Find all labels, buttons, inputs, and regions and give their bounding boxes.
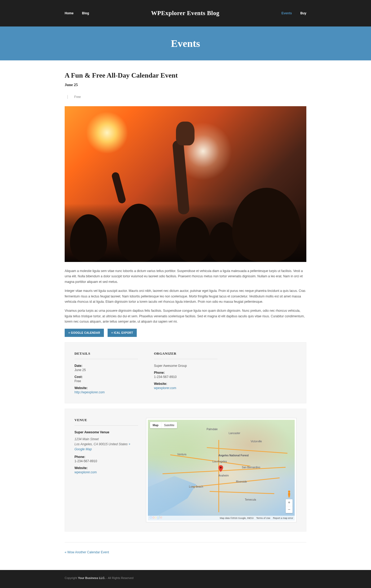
map-tab-satellite[interactable]: Satellite bbox=[161, 422, 177, 428]
phone-value: 1-234-567-8910 bbox=[154, 375, 218, 379]
map-city-label: Victorville bbox=[251, 440, 262, 443]
svg-rect-3 bbox=[288, 496, 289, 497]
map-city-label: Palmdale bbox=[207, 428, 218, 431]
organizer-name: Super Awesome Group bbox=[154, 364, 218, 368]
svg-point-0 bbox=[220, 466, 222, 468]
phone-label: Phone: bbox=[74, 455, 138, 459]
details-website-link[interactable]: http://wpexplorer.com bbox=[74, 390, 138, 394]
organizer-column: ORGANIZER Super Awesome Group Phone: 1-2… bbox=[154, 351, 218, 394]
map-city-label: Ventura bbox=[177, 453, 186, 456]
export-buttons: + GOOGLE CALENDAR + ICAL EXPORT bbox=[65, 329, 306, 337]
copyright-pre: Copyright bbox=[65, 576, 78, 580]
date-value: June 25 bbox=[74, 368, 138, 372]
map-city-label: Lancaster bbox=[229, 432, 240, 435]
divider bbox=[65, 542, 306, 542]
paragraph: Aliquam a molestie ligula sem vitae nunc… bbox=[65, 268, 306, 284]
nav-left: Home Blog bbox=[65, 11, 89, 15]
map-city-label: Los Angeles bbox=[213, 460, 227, 463]
date-label: Date: bbox=[74, 364, 138, 368]
top-nav: Home Blog WPExplorer Events Blog Events … bbox=[0, 0, 371, 26]
map-city-label: Long Beach bbox=[189, 485, 203, 488]
map-container: Lancaster Palmdale Victorville Ventura L… bbox=[146, 418, 297, 522]
map-city-label: San Bernardino bbox=[242, 466, 260, 469]
map-pin-icon bbox=[218, 465, 223, 470]
website-label: Website: bbox=[74, 386, 138, 390]
phone-value: 1-234-567-8910 bbox=[74, 459, 138, 463]
map-type-toggle: Map Satellite bbox=[150, 422, 177, 428]
nav-right: Events Buy bbox=[281, 11, 306, 15]
venue-column: VENUE Super Awesome Venue 1234 Main Stre… bbox=[74, 418, 138, 522]
event-hero-image bbox=[65, 106, 306, 262]
venue-box: VENUE Super Awesome Venue 1234 Main Stre… bbox=[65, 409, 306, 532]
site-brand[interactable]: WPExplorer Events Blog bbox=[151, 10, 219, 17]
event-body: Aliquam a molestie ligula sem vitae nunc… bbox=[65, 268, 306, 324]
cost-value: Free bbox=[74, 379, 138, 383]
map-tab-map[interactable]: Map bbox=[150, 422, 161, 428]
google-calendar-button[interactable]: + GOOGLE CALENDAR bbox=[65, 329, 104, 337]
details-heading: DETAILS bbox=[74, 351, 138, 359]
website-label: Website: bbox=[74, 466, 138, 470]
prev-event-link[interactable]: « Wow Another Calendar Event bbox=[65, 550, 109, 554]
map-attribution: Map data ©2016 Google, INEGI bbox=[220, 517, 254, 519]
ical-export-button[interactable]: + ICAL EXPORT bbox=[108, 329, 137, 337]
map-report-link[interactable]: Report a map error bbox=[273, 517, 293, 519]
svg-point-1 bbox=[288, 491, 290, 493]
svg-rect-4 bbox=[289, 496, 290, 497]
map-city-label: Riverside bbox=[236, 480, 247, 483]
venue-website-link[interactable]: wpexplorer.com bbox=[74, 470, 138, 474]
business-name: Your Business LLC. bbox=[78, 576, 105, 580]
nav-blog[interactable]: Blog bbox=[82, 11, 89, 15]
site-footer: Copyright Your Business LLC. - All Right… bbox=[0, 570, 371, 588]
nav-home[interactable]: Home bbox=[65, 11, 73, 15]
nav-buy[interactable]: Buy bbox=[300, 11, 306, 15]
venue-name: Super Awesome Venue bbox=[74, 430, 138, 434]
pegman-icon[interactable] bbox=[286, 490, 292, 498]
organizer-website-link[interactable]: wpexplorer.com bbox=[154, 386, 218, 390]
zoom-control: + − bbox=[286, 499, 293, 513]
svg-rect-2 bbox=[288, 493, 290, 496]
venue-heading: VENUE bbox=[74, 418, 138, 426]
map-footer: Map data ©2016 Google, INEGI Terms of Us… bbox=[148, 516, 295, 520]
venue-address: 1234 Main Street Los Angeles, CA 90015 U… bbox=[74, 437, 138, 452]
nav-events[interactable]: Events bbox=[281, 11, 292, 15]
map[interactable]: Lancaster Palmdale Victorville Ventura L… bbox=[148, 420, 295, 520]
banner-title: Events bbox=[0, 38, 371, 49]
address-line2: Los Angeles, CA 90015 United States bbox=[74, 442, 128, 446]
map-terms-link[interactable]: Terms of Use bbox=[256, 517, 270, 519]
paragraph: Integer vitae mauris vel ligula suscipit… bbox=[65, 288, 306, 304]
page-banner: Events bbox=[0, 26, 371, 60]
details-column: DETAILS Date: June 25 Cost: Free Website… bbox=[74, 351, 138, 394]
address-line1: 1234 Main Street bbox=[74, 437, 99, 441]
map-city-label: Angeles National Forest bbox=[218, 454, 249, 457]
zoom-out-button[interactable]: − bbox=[286, 506, 293, 513]
map-city-label: Anaheim bbox=[218, 474, 229, 477]
paragraph: Vivamus porta turpis ac urna posuere dig… bbox=[65, 308, 306, 324]
cost-label: Cost: bbox=[74, 375, 138, 379]
details-organizer-box: DETAILS Date: June 25 Cost: Free Website… bbox=[65, 342, 306, 403]
event-title: A Fun & Free All-Day Calendar Event bbox=[65, 72, 306, 79]
map-city-label: Temecula bbox=[245, 498, 256, 501]
phone-label: Phone: bbox=[154, 371, 218, 375]
prev-event-nav: « Wow Another Calendar Event bbox=[65, 550, 306, 554]
cost-badge: Free bbox=[67, 95, 306, 99]
event-date: June 25 bbox=[65, 83, 306, 87]
zoom-in-button[interactable]: + bbox=[286, 499, 293, 506]
website-label: Website: bbox=[154, 382, 218, 386]
copyright-rest: - All Rights Reserved bbox=[105, 576, 134, 580]
organizer-heading: ORGANIZER bbox=[154, 351, 218, 359]
